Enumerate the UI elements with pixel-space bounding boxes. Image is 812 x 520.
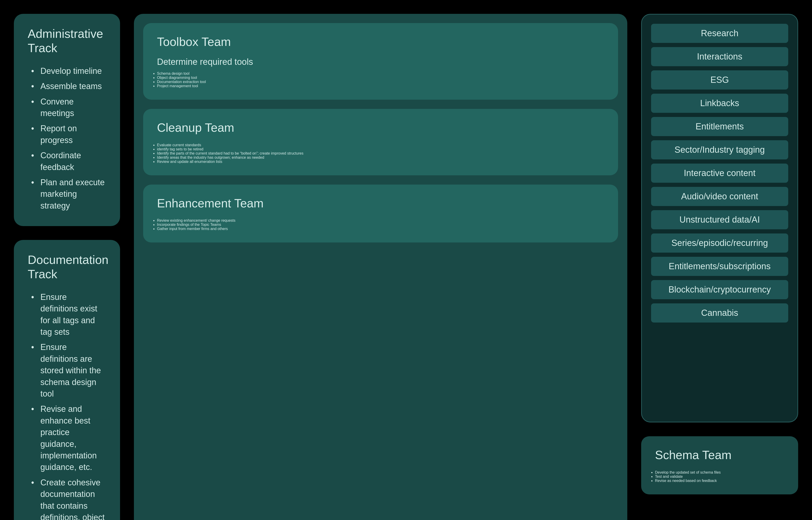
topic-tag-linkbacks[interactable]: Linkbacks bbox=[651, 94, 788, 113]
list-item: Documentation extraction tool bbox=[157, 80, 604, 84]
enhancement-team-card: Enhancement Team Review existing enhance… bbox=[143, 185, 618, 242]
toolbox-team-title: Toolbox Team bbox=[157, 34, 604, 49]
list-item: Evaluate current standards bbox=[157, 143, 604, 147]
list-item: Coordinate feedback bbox=[28, 148, 106, 175]
topic-tag-sector-industry[interactable]: Sector/Industry tagging bbox=[651, 140, 788, 159]
enhancement-team-list: Review existing enhancement/ change requ… bbox=[157, 218, 604, 231]
list-item: Schema design tool bbox=[157, 72, 604, 76]
list-item: Identify the parts of the current standa… bbox=[157, 151, 604, 155]
list-item: Plan and execute marketing strategy bbox=[28, 175, 106, 213]
list-item: Convene meetings bbox=[28, 94, 106, 121]
cleanup-team-card: Cleanup Team Evaluate current standards … bbox=[143, 109, 618, 175]
list-item: Identify areas that the industry has out… bbox=[157, 155, 604, 160]
topic-tag-blockchain[interactable]: Blockchain/cryptocurrency bbox=[651, 280, 788, 299]
topic-tags-panel: Research Interactions ESG Linkbacks Enti… bbox=[641, 14, 798, 422]
topic-tag-esg[interactable]: ESG bbox=[651, 70, 788, 89]
toolbox-team-card: Toolbox Team Determine required tools Sc… bbox=[143, 23, 618, 100]
list-item: Review and update all enumeration lists bbox=[157, 160, 604, 164]
left-column: Administrative Track Develop timeline As… bbox=[14, 14, 120, 520]
toolbox-team-subtitle: Determine required tools bbox=[157, 57, 604, 67]
list-item: Assemble teams bbox=[28, 79, 106, 94]
list-item: Report on progress bbox=[28, 121, 106, 148]
schema-team-wrapper: Schema Team Develop the updated set of s… bbox=[641, 436, 798, 520]
cleanup-team-title: Cleanup Team bbox=[157, 121, 604, 135]
list-item: Create cohesive documentation that conta… bbox=[28, 475, 106, 520]
toolbox-team-list: Schema design tool Object diagramming to… bbox=[157, 72, 604, 88]
list-item: Test and validate bbox=[655, 474, 784, 479]
topic-tag-interactive-content[interactable]: Interactive content bbox=[651, 163, 788, 183]
middle-column: Toolbox Team Determine required tools Sc… bbox=[134, 14, 627, 520]
topic-tag-entitlements[interactable]: Entitlements bbox=[651, 117, 788, 136]
list-item: identify tag sets to be retired bbox=[157, 147, 604, 151]
list-item: Revise as needed based on feedback bbox=[655, 479, 784, 483]
list-item: Object diagramming tool bbox=[157, 76, 604, 80]
list-item: Ensure definitions are stored within the… bbox=[28, 340, 106, 401]
list-item: Project management tool bbox=[157, 84, 604, 88]
topic-tag-interactions[interactable]: Interactions bbox=[651, 47, 788, 66]
topic-tag-audio-video[interactable]: Audio/video content bbox=[651, 187, 788, 206]
admin-track-card: Administrative Track Develop timeline As… bbox=[14, 14, 120, 226]
list-item: Revise and enhance best practice guidanc… bbox=[28, 401, 106, 475]
topic-tag-entitlements-subscriptions[interactable]: Entitlements/subscriptions bbox=[651, 257, 788, 276]
topic-tag-research[interactable]: Research bbox=[651, 24, 788, 43]
main-layout: Administrative Track Develop timeline As… bbox=[14, 14, 798, 506]
list-item: Incorporate findings of the Topic Teams bbox=[157, 223, 604, 227]
topic-tags-list: Research Interactions ESG Linkbacks Enti… bbox=[651, 24, 788, 413]
list-item: Develop timeline bbox=[28, 63, 106, 79]
schema-team-card: Schema Team Develop the updated set of s… bbox=[641, 436, 798, 494]
list-item: Review existing enhancement/ change requ… bbox=[157, 218, 604, 223]
topic-tag-series-episodic[interactable]: Series/episodic/recurring bbox=[651, 233, 788, 253]
admin-track-list: Develop timeline Assemble teams Convene … bbox=[28, 63, 106, 213]
doc-track-title: Documentation Track bbox=[28, 253, 106, 282]
topic-tag-cannabis[interactable]: Cannabis bbox=[651, 303, 788, 322]
topic-tag-unstructured-data[interactable]: Unstructured data/AI bbox=[651, 210, 788, 229]
doc-track-list: Ensure definitions exist for all tags an… bbox=[28, 289, 106, 520]
schema-team-list: Develop the updated set of schema files … bbox=[655, 470, 784, 483]
schema-team-title: Schema Team bbox=[655, 448, 784, 462]
cleanup-team-list: Evaluate current standards identify tag … bbox=[157, 143, 604, 164]
list-item: Develop the updated set of schema files bbox=[655, 470, 784, 474]
doc-track-card: Documentation Track Ensure definitions e… bbox=[14, 240, 120, 520]
enhancement-team-title: Enhancement Team bbox=[157, 196, 604, 210]
list-item: Ensure definitions exist for all tags an… bbox=[28, 289, 106, 340]
admin-track-title: Administrative Track bbox=[28, 27, 106, 55]
list-item: Gather input from member firms and other… bbox=[157, 227, 604, 231]
